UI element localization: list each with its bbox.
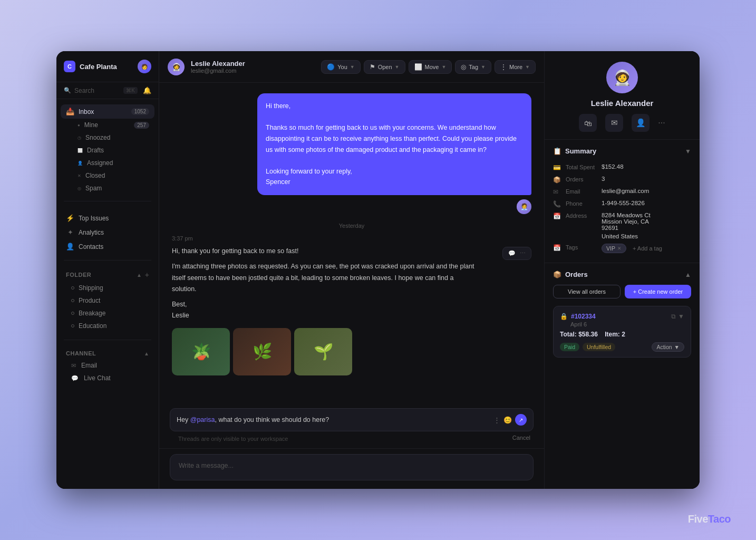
- order-card: 🔒 #102334 ⧉ ▼ April 6 Total: $58.36 Item…: [553, 306, 691, 358]
- email-channel-icon: ✉: [71, 362, 76, 369]
- photo-thumb-2[interactable]: 🌿: [233, 328, 291, 375]
- address-line1: 8284 Meadows Ct: [602, 212, 691, 218]
- order-action-dropdown[interactable]: Action ▼: [652, 342, 684, 352]
- phone-row: 📞 Phone 1-949-555-2826: [553, 198, 691, 210]
- open-label: Open: [378, 64, 392, 70]
- move-label: Move: [425, 64, 439, 70]
- action-dropdown-chevron: ▼: [674, 344, 680, 350]
- sidebar-avatar: 🧑: [138, 60, 151, 73]
- assigned-dot: 👤: [77, 161, 83, 166]
- channel-label-email: Email: [81, 362, 97, 369]
- profile-icon: 👤: [636, 118, 646, 128]
- order-copy-icon[interactable]: ⧉: [671, 313, 676, 320]
- tag-button[interactable]: ◎ Tag ▼: [455, 60, 491, 74]
- phone-row-value: 1-949-555-2826: [602, 200, 691, 206]
- folder-section-header[interactable]: Folder ▲ +: [61, 268, 154, 282]
- sidebar-item-snoozed[interactable]: ◷ Snoozed: [61, 131, 154, 144]
- move-button[interactable]: ⬜ Move ▼: [409, 60, 452, 74]
- channel-section-header[interactable]: Channel ▲: [61, 348, 154, 359]
- orders-title: Orders: [565, 271, 588, 278]
- incoming-actions: 💬 ⋯: [502, 247, 531, 260]
- you-button[interactable]: 🔵 You ▼: [321, 60, 360, 74]
- add-tag-button[interactable]: + Add a tag: [633, 245, 662, 252]
- photo-thumb-1[interactable]: 🪴: [172, 328, 230, 375]
- folder-add-icon[interactable]: +: [145, 271, 149, 279]
- sidebar-item-contacts[interactable]: 👤 Contacts: [61, 239, 154, 254]
- channel-item-email[interactable]: ✉ Email: [61, 359, 154, 372]
- folder-item-product[interactable]: Product: [61, 294, 154, 307]
- summary-icon: 📋: [553, 147, 561, 155]
- photo-inner-1: 🪴: [172, 328, 230, 375]
- bell-icon[interactable]: 🔔: [143, 86, 151, 94]
- open-button[interactable]: ⚑ Open ▼: [364, 60, 405, 74]
- more-dots-icon: ⋮: [500, 63, 507, 71]
- write-message-area[interactable]: Write a message...: [159, 448, 544, 489]
- thread-dots-icon[interactable]: ⋮: [493, 416, 500, 424]
- orders-chevron-icon[interactable]: ▲: [685, 271, 691, 278]
- summary-section: 📋 Summary ▼ 💳 Total Spent $152.48 📦 Orde…: [545, 140, 700, 263]
- order-number[interactable]: #102334: [571, 313, 596, 320]
- thread-suffix: , what do you think we should do here?: [215, 416, 329, 423]
- tags-row-label: Tags: [566, 244, 597, 250]
- vip-tag-remove[interactable]: ✕: [617, 246, 622, 251]
- contact-actions: 🛍 ✉ 👤 ···: [579, 114, 665, 132]
- reply-icon[interactable]: 💬: [507, 249, 517, 258]
- email-row-label: Email: [566, 188, 597, 195]
- thread-hint-row: Threads are only visible to your workspa…: [170, 431, 534, 442]
- incoming-bubble: Hi, thank you for getting back to me so …: [172, 246, 478, 322]
- message-more-icon[interactable]: ⋯: [519, 249, 527, 258]
- more-button[interactable]: ⋮ More ▼: [495, 60, 536, 74]
- profile-button[interactable]: 👤: [632, 114, 650, 132]
- email-contact-icon: ✉: [611, 118, 618, 128]
- snoozed-label: Snoozed: [85, 134, 149, 141]
- sidebar-item-spam[interactable]: ◎ Spam: [61, 182, 154, 195]
- sidebar-item-mine[interactable]: ● Mine 257: [61, 119, 154, 131]
- contact-name-header: Leslie Alexander: [191, 60, 315, 68]
- sidebar-item-inbox[interactable]: 📥 Inbox 1052: [61, 104, 154, 119]
- folder-item-education[interactable]: Education: [61, 320, 154, 332]
- view-all-orders-button[interactable]: View all orders: [553, 285, 621, 298]
- folder-dot-education: [71, 324, 74, 327]
- incoming-line-3: Best,Leslie: [172, 299, 478, 322]
- sidebar-item-drafts[interactable]: ⬜ Drafts: [61, 144, 154, 157]
- folder-chevron-icon: ▲: [137, 272, 142, 278]
- tags-row-icon: 📅: [553, 244, 561, 252]
- drafts-label: Drafts: [87, 147, 149, 154]
- write-message-input[interactable]: Write a message...: [170, 454, 534, 480]
- create-new-order-button[interactable]: + Create new order: [625, 285, 691, 298]
- closed-dot: ✕: [77, 173, 81, 178]
- folder-item-shipping[interactable]: Shipping: [61, 282, 154, 294]
- order-expand-icon[interactable]: ▼: [678, 313, 684, 320]
- sidebar-item-top-issues[interactable]: ⚡ Top Issues: [61, 211, 154, 225]
- incoming-line-1: Hi, thank you for getting back to me so …: [172, 246, 478, 257]
- mine-badge: 257: [134, 122, 149, 129]
- right-panel: 🧑‍🚀 Leslie Alexander 🛍 ✉ 👤 ···: [544, 51, 700, 489]
- sidebar-search-bar[interactable]: 🔍 Search ⌘K 🔔: [56, 82, 159, 99]
- folder-item-breakage[interactable]: Breakage: [61, 307, 154, 320]
- contact-more-button[interactable]: ···: [658, 118, 665, 128]
- photo-thumb-3[interactable]: 🌱: [294, 328, 352, 375]
- order-total-value: $58.36: [578, 331, 598, 338]
- tag-label: Tag: [469, 64, 478, 70]
- shopify-button[interactable]: 🛍: [579, 114, 597, 132]
- orders-action-buttons: View all orders + Create new order: [553, 285, 691, 298]
- thread-emoji-icon[interactable]: 😊: [503, 416, 512, 424]
- incoming-line-2: I'm attaching three photos as requested.…: [172, 261, 478, 295]
- summary-chevron-icon[interactable]: ▼: [685, 148, 691, 155]
- channel-item-live-chat[interactable]: 💬 Live Chat: [61, 372, 154, 384]
- main-content: 🧑‍🚀 Leslie Alexander leslie@gmail.com 🔵 …: [159, 51, 544, 489]
- email-contact-button[interactable]: ✉: [605, 114, 623, 132]
- sidebar-item-analytics[interactable]: ✦ Analytics: [61, 225, 154, 239]
- contact-avatar: 🧑‍🚀: [606, 62, 638, 93]
- sidebar-item-assigned[interactable]: 👤 Assigned: [61, 157, 154, 169]
- contact-name: Leslie Alexander: [591, 99, 654, 108]
- thread-cancel-button[interactable]: Cancel: [512, 435, 531, 441]
- incoming-content: Hi, thank you for getting back to me so …: [172, 246, 498, 375]
- vip-tag: VIP ✕: [602, 244, 626, 253]
- channel-chevron-icon: ▲: [144, 351, 149, 356]
- top-issues-icon: ⚡: [66, 214, 74, 222]
- thread-prefix: Hey: [177, 416, 190, 423]
- thread-send-button[interactable]: ↗: [515, 414, 527, 426]
- thread-input-box[interactable]: Hey @parisa, what do you think we should…: [170, 408, 534, 431]
- sidebar-item-closed[interactable]: ✕ Closed: [61, 169, 154, 182]
